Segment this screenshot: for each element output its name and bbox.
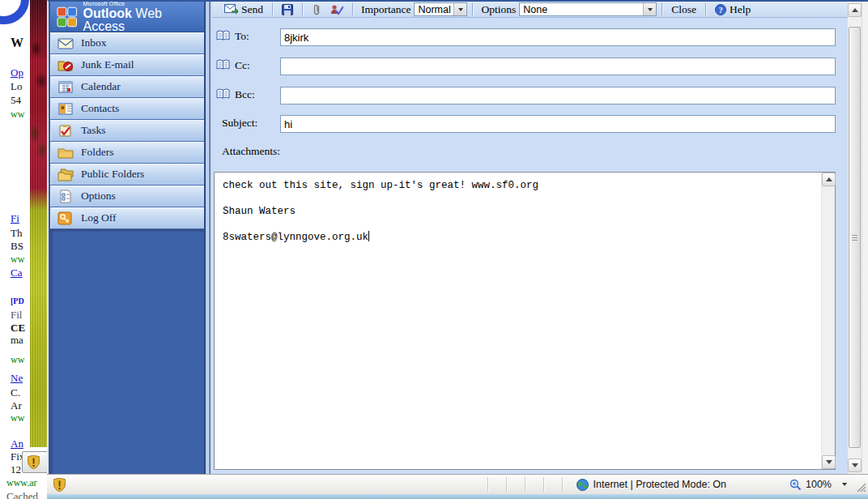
bg-link[interactable]: Fi: [11, 212, 19, 225]
bg-text: 54: [11, 94, 21, 107]
page-scrollbar[interactable]: [848, 2, 862, 474]
options-dropdown[interactable]: None: [519, 2, 657, 16]
bg-heading: W: [11, 36, 23, 50]
attachments-label: Attachments:: [222, 145, 280, 158]
bg-url: ww: [11, 109, 24, 121]
sidebar-label: Junk E-mail: [81, 58, 134, 71]
sidebar-label: Tasks: [81, 124, 106, 137]
close-label: Close: [671, 3, 696, 16]
bg-text: Lo: [11, 80, 22, 93]
google-logo-fragment: [0, 0, 29, 24]
page-scroll-up-button[interactable]: [848, 3, 862, 17]
sidebar-label: Contacts: [81, 102, 119, 115]
sidebar-filler: [50, 229, 204, 474]
sidebar-item-tasks[interactable]: Tasks: [50, 120, 204, 142]
scroll-up-button[interactable]: [822, 173, 836, 186]
importance-dropdown-arrow[interactable]: [453, 3, 466, 15]
save-icon: [282, 4, 293, 15]
zoom-control[interactable]: 100%: [789, 479, 847, 491]
help-icon: ?: [715, 4, 726, 15]
subject-label: Subject:: [222, 117, 257, 130]
background-window-statusbar: [22, 451, 49, 473]
bg-url: ww: [11, 412, 24, 424]
toolbar-separator: [352, 3, 353, 15]
pane-separator: [204, 2, 212, 474]
save-button[interactable]: [278, 3, 297, 16]
toolbar-separator: [272, 3, 273, 15]
svg-text:?: ?: [719, 6, 723, 14]
help-button[interactable]: ? Help: [711, 2, 755, 17]
options-icon: [57, 190, 74, 203]
send-button[interactable]: Send: [220, 2, 267, 17]
scroll-down-button[interactable]: [822, 455, 836, 469]
compose-toolbar: Send: [212, 2, 848, 18]
sidebar-item-contacts[interactable]: Contacts: [50, 98, 204, 120]
sidebar-item-junk-email[interactable]: Junk E-mail: [50, 54, 204, 76]
bg-cached-link[interactable]: Ca: [11, 267, 22, 279]
brand-microsoft-office: Microsoft Office: [83, 1, 204, 6]
bg-link[interactable]: An: [11, 437, 23, 450]
toolbar-separator: [705, 3, 706, 15]
calendar-icon: [57, 80, 74, 94]
close-button[interactable]: Close: [667, 2, 700, 17]
bg-pdf-tag: [PD: [11, 296, 24, 305]
compose-pane: Send: [212, 2, 848, 474]
subject-field-row: Subject:: [212, 115, 848, 134]
bg-cached-text: Cached: [6, 490, 38, 499]
toolbar-separator: [302, 3, 303, 15]
bg-url: ww: [11, 254, 24, 266]
sidebar-item-calendar[interactable]: Calendar: [50, 76, 204, 98]
bcc-input[interactable]: [280, 87, 836, 104]
owa-brand-header: Microsoft Office Outlook Web Access: [50, 2, 204, 32]
importance-dropdown[interactable]: Normal: [414, 2, 467, 16]
bcc-label: Bcc:: [235, 88, 255, 101]
zoom-magnifier-icon: [789, 479, 802, 491]
resize-grip[interactable]: [857, 483, 866, 493]
bg-link[interactable]: Ne: [11, 372, 23, 385]
bg-link[interactable]: Op: [11, 66, 23, 79]
page-scrollbar-thumb[interactable]: [849, 27, 861, 448]
message-body-textarea[interactable]: check out this site, sign up-it's great!…: [215, 173, 821, 469]
sidebar-label: Log Off: [81, 211, 117, 224]
bg-text: BS: [11, 240, 23, 253]
cc-label: Cc:: [235, 59, 250, 72]
to-input[interactable]: [280, 28, 836, 46]
address-book-icon[interactable]: [216, 88, 230, 100]
attach-file-button[interactable]: [308, 2, 326, 16]
sidebar-item-folders[interactable]: Folders: [50, 142, 204, 164]
sidebar-item-public-folders[interactable]: Public Folders: [50, 164, 204, 186]
subject-input[interactable]: [280, 115, 836, 133]
sidebar-item-inbox[interactable]: Inbox: [50, 32, 204, 54]
log-off-icon: [57, 211, 74, 225]
send-icon: [224, 4, 238, 15]
zoom-dropdown-arrow[interactable]: [842, 483, 847, 486]
contacts-icon: [57, 102, 74, 116]
body-scrollbar[interactable]: [821, 173, 835, 469]
folders-icon: [57, 146, 74, 160]
bg-text: ma: [11, 334, 23, 347]
statusbar-separator: [562, 477, 563, 492]
bg-text: Th: [11, 227, 22, 240]
window-right-frame: [862, 2, 868, 474]
bg-text: Ar: [11, 399, 22, 412]
page-scroll-down-button[interactable]: [848, 458, 862, 472]
public-folders-icon: [57, 168, 74, 181]
check-names-button[interactable]: [326, 3, 347, 16]
address-book-icon[interactable]: [216, 30, 230, 41]
sidebar-item-options[interactable]: Options: [50, 186, 204, 207]
sidebar-item-log-off[interactable]: Log Off: [50, 207, 204, 229]
cc-input[interactable]: [280, 58, 836, 75]
sidebar-label: Folders: [81, 146, 114, 159]
bg-text: 12: [11, 463, 21, 476]
to-field-row: To:: [212, 28, 848, 48]
to-label: To:: [235, 30, 249, 43]
text-caret: [368, 231, 369, 241]
statusbar-shield-icon: [53, 478, 66, 492]
bg-url: ww: [11, 354, 24, 366]
options-dropdown-arrow[interactable]: [643, 3, 656, 15]
bg-text: CE: [11, 322, 25, 335]
browser-statusbar: Internet | Protected Mode: On 100%: [47, 474, 868, 494]
statusbar-separator: [487, 477, 488, 492]
address-book-icon[interactable]: [216, 59, 230, 70]
owa-browser-window: Microsoft Office Outlook Web Access Inbo…: [47, 0, 868, 499]
